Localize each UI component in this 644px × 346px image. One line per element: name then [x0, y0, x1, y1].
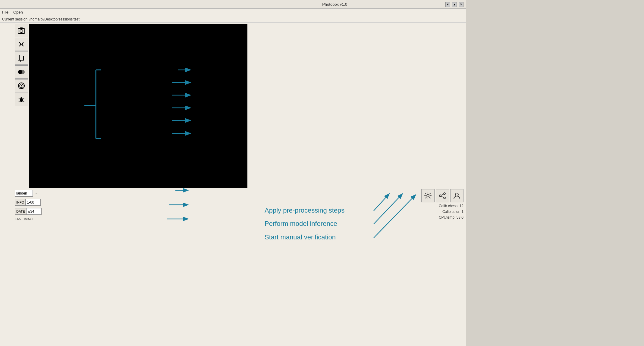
minimize-btn[interactable]: ▼ — [445, 2, 450, 7]
image-preview — [29, 24, 247, 188]
svg-line-21 — [19, 101, 20, 102]
date-input[interactable] — [27, 208, 42, 215]
toolbar — [15, 24, 29, 106]
calibration-btn[interactable] — [15, 38, 28, 51]
action-buttons — [421, 189, 463, 202]
plate-location-input[interactable] — [15, 190, 33, 197]
particle-detection-btn[interactable] — [15, 79, 28, 92]
gear-btn[interactable] — [421, 189, 435, 202]
close-btn[interactable]: ✕ — [459, 2, 463, 7]
svg-point-25 — [427, 195, 429, 197]
svg-point-27 — [439, 195, 441, 197]
last-image-label: LAST IMAGE: — [15, 217, 42, 221]
menu-file[interactable]: File — [2, 10, 8, 14]
insect-recognition-btn[interactable] — [15, 93, 28, 106]
title-bar: Photobox v1.0 ▼ ▲ ✕ — [0, 0, 466, 9]
share-btn[interactable] — [436, 189, 449, 202]
extra-info-row: INFO — [15, 199, 42, 206]
user-btn[interactable] — [450, 189, 463, 202]
info-input[interactable] — [26, 199, 41, 206]
image-capture-btn[interactable] — [15, 24, 28, 37]
session-label: Current session: /home/pi/Desktop/sessio… — [2, 17, 80, 21]
svg-point-1 — [20, 30, 23, 33]
collection-date-row: DATE — [15, 208, 42, 215]
plate-location-row: → — [15, 190, 42, 197]
svg-point-31 — [455, 193, 458, 196]
maximize-btn[interactable]: ▲ — [452, 2, 457, 7]
date-tag: DATE — [15, 208, 27, 215]
svg-line-19 — [19, 98, 20, 99]
svg-line-22 — [23, 98, 24, 99]
menu-open[interactable]: Open — [13, 10, 23, 14]
cpu-temp: CPUtemp: 53.0 — [439, 215, 463, 220]
thresholding-btn[interactable] — [15, 65, 28, 79]
calib-color: Calib color: 1 — [439, 209, 463, 215]
status-info: Calib chess: 12 Calib color: 1 CPUtemp: … — [439, 203, 463, 221]
session-bar: Current session: /home/pi/Desktop/sessio… — [0, 16, 466, 23]
svg-line-30 — [441, 196, 444, 198]
svg-point-12 — [21, 85, 22, 86]
svg-point-26 — [444, 193, 445, 195]
window-controls: ▼ ▲ ✕ — [445, 2, 463, 7]
svg-point-28 — [444, 197, 445, 199]
main-window: Photobox v1.0 ▼ ▲ ✕ File Open Current se… — [0, 0, 466, 346]
window-title: Photobox v1.0 — [224, 2, 446, 7]
window-body: → INFO DATE LAST IMAGE: — [0, 23, 466, 346]
calib-chess: Calib chess: 12 — [439, 203, 463, 209]
svg-point-18 — [20, 97, 22, 99]
svg-line-24 — [23, 101, 24, 102]
svg-line-29 — [441, 194, 444, 195]
cropping-btn[interactable] — [15, 51, 28, 65]
menu-bar: File Open — [0, 9, 466, 16]
info-tag: INFO — [15, 199, 26, 206]
bottom-controls: → INFO DATE LAST IMAGE: — [15, 190, 42, 221]
svg-rect-4 — [19, 56, 24, 60]
svg-point-9 — [20, 70, 25, 74]
